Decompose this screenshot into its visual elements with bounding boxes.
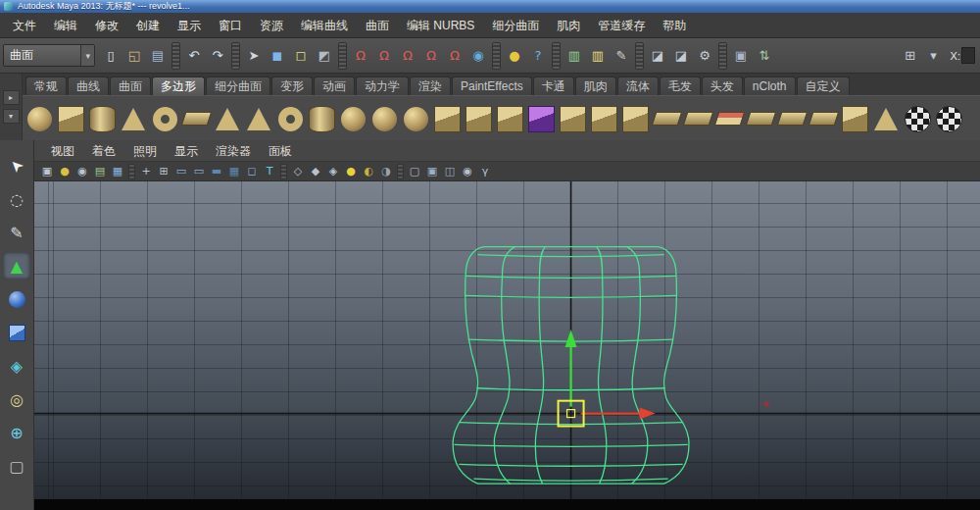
poly-pipe-icon[interactable] — [275, 99, 305, 138]
shelf-tab-dynamics[interactable]: 动力学 — [356, 76, 409, 95]
menu-create[interactable]: 创建 — [127, 14, 169, 37]
uv-checker-icon[interactable] — [903, 99, 932, 138]
shadows-icon[interactable]: ◐ — [360, 163, 377, 179]
distant-object-dot[interactable] — [764, 402, 769, 407]
exposure-icon[interactable]: ◉ — [459, 163, 476, 179]
save-scene-icon[interactable]: ▤ — [147, 45, 169, 67]
poly-pyramid-icon[interactable] — [244, 99, 273, 138]
menu-file[interactable]: 文件 — [4, 14, 45, 37]
select-camera-icon[interactable]: ▣ — [38, 163, 56, 179]
field-chart-icon[interactable]: ▦ — [225, 163, 243, 179]
camera-attributes-icon[interactable]: ◉ — [74, 163, 91, 179]
x-coordinate-input[interactable] — [961, 47, 975, 64]
two-d-pan-zoom-icon[interactable]: + — [137, 163, 155, 179]
shelf-tab-curves[interactable]: 曲线 — [68, 76, 109, 95]
shelf-menu-button[interactable]: ▾ — [3, 109, 20, 124]
sort-icon[interactable]: ⇅ — [754, 45, 775, 67]
smooth-icon[interactable] — [401, 99, 430, 138]
image-plane-icon[interactable]: ▦ — [109, 163, 126, 179]
move-tool[interactable]: ▲ — [3, 252, 30, 280]
shelf-tab-polygons[interactable]: 多边形 — [152, 76, 205, 95]
film-gate-icon[interactable]: ▭ — [172, 163, 190, 179]
combine-icon[interactable] — [464, 99, 493, 138]
menu-display[interactable]: 显示 — [169, 14, 210, 37]
ipr-render-icon[interactable]: ◪ — [670, 45, 692, 67]
highlight-selection-icon[interactable]: ◩ — [314, 45, 335, 67]
poly-plane-icon[interactable] — [181, 99, 211, 138]
input-operations-icon[interactable]: ▥ — [564, 45, 585, 67]
menu-muscle[interactable]: 肌肉 — [548, 14, 589, 37]
menu-pipeline-cache[interactable]: 管道缓存 — [589, 14, 654, 37]
menu-edit-curves[interactable]: 编辑曲线 — [292, 14, 357, 37]
grid-options-icon[interactable]: ⊞ — [900, 45, 921, 67]
menu-set-dropdown[interactable]: 曲面 ▾ — [3, 44, 95, 67]
poly-cube-icon[interactable] — [56, 99, 85, 138]
mirror-geometry-icon[interactable] — [840, 99, 869, 138]
shelf-tab-list-button[interactable]: ▸ — [3, 90, 20, 105]
new-scene-icon[interactable]: ▯ — [100, 45, 122, 67]
construction-history-icon[interactable]: ✎ — [611, 45, 632, 67]
cut-faces-icon[interactable] — [714, 99, 744, 138]
select-tool[interactable]: ➤ — [3, 152, 30, 179]
snap-to-grid-icon[interactable]: Ω — [350, 45, 371, 67]
snap-to-point-icon[interactable]: Ω — [397, 45, 418, 67]
menu-edit-nurbs[interactable]: 编辑 NURBS — [398, 14, 483, 37]
resolution-gate-icon[interactable]: ▭ — [190, 163, 208, 179]
menu-assets[interactable]: 资源 — [251, 14, 292, 37]
shelf-tab-custom[interactable]: 自定义 — [797, 76, 850, 95]
field-expand-icon[interactable]: ▾ — [923, 45, 945, 67]
poly-torus-icon[interactable] — [150, 99, 179, 138]
wireframe-display-icon[interactable]: ◇ — [289, 163, 307, 179]
shelf-tab-painteffects[interactable]: PaintEffects — [452, 76, 532, 95]
menu-window[interactable]: 窗口 — [210, 14, 251, 37]
safe-title-icon[interactable]: T — [261, 163, 278, 179]
menu-help[interactable]: 帮助 — [654, 14, 695, 37]
last-tool-used[interactable]: ▢ — [3, 452, 30, 480]
snap-to-view-plane-icon[interactable]: Ω — [444, 45, 466, 67]
interactive-split-icon[interactable] — [746, 99, 775, 138]
snap-to-curve-icon[interactable]: Ω — [373, 45, 395, 67]
select-object-icon[interactable]: ◼ — [267, 45, 288, 67]
hypershade-icon[interactable]: ▣ — [730, 45, 752, 67]
render-current-frame-icon[interactable]: ◪ — [647, 45, 668, 67]
menu-surfaces[interactable]: 曲面 — [357, 14, 398, 37]
shaded-display-icon[interactable]: ◆ — [307, 163, 324, 179]
poly-helix-icon[interactable] — [307, 99, 336, 138]
crease-tool-icon[interactable] — [871, 99, 901, 138]
offset-edge-loop-icon[interactable] — [808, 99, 838, 138]
xray-joints-icon[interactable]: ◫ — [441, 163, 459, 179]
gamma-icon[interactable]: γ — [476, 163, 494, 179]
panel-menu-show[interactable]: 显示 — [166, 141, 207, 161]
shelf-tab-animation[interactable]: 动画 — [314, 76, 355, 95]
bridge-icon[interactable] — [652, 99, 681, 138]
universal-manipulator-tool[interactable]: ◈ — [3, 352, 30, 380]
shelf-tab-fluids[interactable]: 流体 — [617, 76, 659, 95]
panel-menu-lighting[interactable]: 照明 — [124, 141, 166, 161]
redo-icon[interactable]: ↷ — [207, 45, 228, 67]
snap-to-projected-center-icon[interactable]: Ω — [420, 45, 442, 67]
shelf-tab-muscle[interactable]: 肌肉 — [575, 76, 616, 95]
shelf-tab-toon[interactable]: 卡通 — [533, 76, 574, 95]
select-hierarchy-icon[interactable]: ➤ — [243, 45, 265, 67]
panel-menu-renderer[interactable]: 渲染器 — [207, 141, 260, 161]
output-operations-icon[interactable]: ▥ — [587, 45, 609, 67]
shelf-tab-hair[interactable]: 头发 — [702, 76, 743, 95]
undo-icon[interactable]: ↶ — [183, 45, 205, 67]
shelf-tab-subdivs[interactable]: 细分曲面 — [206, 76, 270, 95]
booleans-icon[interactable] — [526, 99, 556, 138]
paint-select-tool[interactable]: ✎ — [3, 219, 30, 246]
manipulator-x-arrowhead[interactable] — [640, 408, 656, 420]
scale-tool[interactable] — [3, 319, 30, 346]
gate-mask-icon[interactable]: ▬ — [208, 163, 225, 179]
make-live-icon[interactable]: ◉ — [467, 45, 489, 67]
title-bar[interactable]: Autodesk Maya 2013: 无标题* --- revolve1... — [0, 0, 980, 13]
safe-action-icon[interactable]: ◻ — [243, 163, 261, 179]
shelf-tab-general[interactable]: 常规 — [25, 76, 67, 95]
poly-platonic-solid-icon[interactable] — [369, 99, 399, 138]
append-to-polygon-icon[interactable] — [683, 99, 712, 138]
extract-icon[interactable] — [558, 99, 587, 138]
uv-checker-alt-icon[interactable] — [934, 99, 963, 138]
xray-icon[interactable]: ▣ — [423, 163, 441, 179]
shelf-tab-rendering[interactable]: 渲染 — [410, 76, 451, 95]
poly-cone-icon[interactable] — [119, 99, 148, 138]
